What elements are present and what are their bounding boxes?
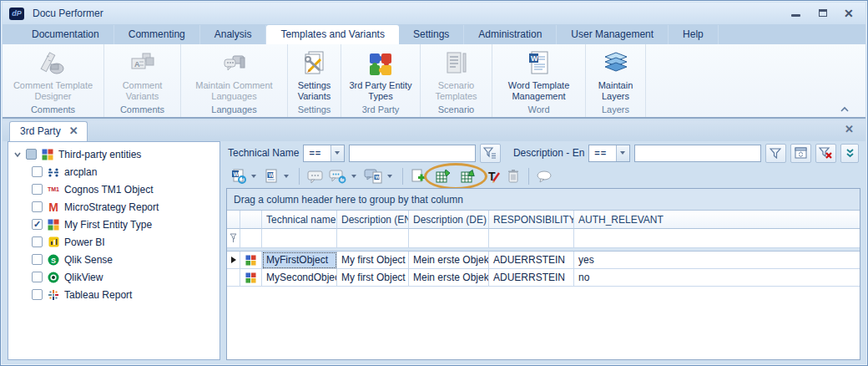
tree-item-cognos-tm1[interactable]: TM1 Cognos TM1 Object	[10, 180, 218, 198]
description-en-filter-input[interactable]	[634, 145, 761, 162]
tab-3rd-party[interactable]: 3rd Party ✕	[9, 121, 88, 141]
menu-tab-templates-and-variants[interactable]: Templates and Variants	[266, 25, 399, 44]
column-header-description-en[interactable]: Description (EN)	[337, 211, 409, 229]
group-by-bar[interactable]: Drag a column header here to group by th…	[227, 189, 860, 211]
chevron-down-icon[interactable]	[331, 145, 344, 161]
settings-variants-button[interactable]: Settings Variants	[293, 46, 336, 103]
word-template-management-button[interactable]: W Word Template Management	[497, 46, 580, 103]
filter-cell-description-de[interactable]	[409, 229, 489, 248]
checkbox[interactable]	[32, 166, 43, 177]
checkbox[interactable]	[32, 289, 43, 300]
cell-description-de[interactable]: Mein erste Objekt	[409, 252, 489, 269]
tree-item-tableau[interactable]: Tableau Report	[10, 286, 218, 303]
apply-filter-button[interactable]	[765, 144, 786, 163]
chevron-down-icon[interactable]	[350, 166, 358, 186]
maximize-button[interactable]	[817, 8, 829, 18]
tree-item-qlik-sense[interactable]: S Qlik Sense	[10, 251, 218, 268]
comment-button[interactable]	[305, 166, 326, 186]
cell-technical-name[interactable]: MyFirstObject	[262, 252, 337, 269]
checkbox[interactable]	[32, 201, 43, 212]
third-party-entity-types-button[interactable]: 3rd Party Entity Types	[346, 46, 415, 103]
row-indicator-cell	[227, 252, 240, 269]
generate-word-document-button[interactable]: W	[230, 166, 248, 186]
menu-tab-administration[interactable]: Administration	[464, 25, 557, 44]
chevron-down-icon[interactable]	[13, 150, 22, 159]
tree-item-arcplan[interactable]: arcplan	[10, 163, 218, 180]
filter-cell[interactable]	[240, 229, 262, 248]
checkbox[interactable]	[32, 184, 43, 195]
ribbon-group-scenario: Scenario Templates Scenario	[421, 44, 492, 117]
column-header-auth-relevant[interactable]: AUTH_RELEVANT	[574, 211, 860, 229]
comment-to-word-button[interactable]: W	[362, 166, 384, 186]
chevron-down-icon[interactable]	[250, 166, 258, 186]
checkbox[interactable]	[32, 254, 43, 265]
show-comment-button[interactable]	[535, 166, 555, 186]
filter-menu-button[interactable]	[480, 144, 501, 163]
checkbox[interactable]	[32, 272, 43, 282]
window-controls: ✕	[790, 8, 859, 18]
menu-tab-commenting[interactable]: Commenting	[114, 25, 200, 44]
description-en-operator-select[interactable]: ==	[588, 145, 629, 162]
panel-close-icon[interactable]: ✕	[845, 125, 854, 134]
tree-root-third-party-entities[interactable]: Third-party entities	[10, 145, 218, 163]
expand-filter-panel-button[interactable]	[840, 144, 859, 163]
table-row[interactable]: MySecondObject My first Object Mein erst…	[227, 269, 860, 287]
delete-button[interactable]	[504, 166, 522, 186]
chevron-down-icon[interactable]	[616, 145, 629, 161]
tree-item-qlikview[interactable]: QlikView	[10, 268, 218, 286]
tree-item-microstrategy[interactable]: M MicroStrategy Report	[10, 198, 218, 216]
close-button[interactable]: ✕	[844, 8, 855, 18]
chevron-up-icon	[839, 105, 850, 114]
clear-filter-button[interactable]	[815, 144, 836, 163]
open-word-document-button[interactable]: W	[262, 166, 280, 186]
export-to-excel-button[interactable]	[434, 166, 452, 186]
filter-editor-button[interactable]	[790, 144, 811, 163]
column-header-responsibility[interactable]: RESPONSIBILITY	[489, 211, 574, 229]
add-entity-button[interactable]	[409, 166, 427, 186]
ribbon-group-comments-2: A Comment Variants Comments	[104, 44, 181, 117]
menu-tab-analysis[interactable]: Analysis	[200, 25, 267, 44]
chevron-down-icon[interactable]	[282, 166, 290, 186]
checkbox[interactable]	[32, 219, 43, 230]
cell-technical-name[interactable]: MySecondObject	[262, 269, 337, 287]
cell-auth-relevant[interactable]: yes	[574, 252, 860, 269]
ribbon-collapse-button[interactable]	[839, 102, 850, 110]
maintain-layers-button[interactable]: Maintain Layers	[591, 46, 640, 103]
toolbar-separator	[528, 168, 529, 185]
technical-name-operator-select[interactable]: ==	[303, 145, 344, 162]
table-row[interactable]: MyFirstObject My first Object Mein erste…	[227, 252, 860, 269]
tree-item-power-bi[interactable]: Power BI	[10, 233, 218, 251]
cell-responsibility[interactable]: ADUERRSTEIN	[489, 269, 574, 287]
filter-cell-responsibility[interactable]	[489, 229, 574, 248]
refresh-comments-button[interactable]	[327, 166, 348, 186]
filter-bar: Technical Name == Description - En ==	[226, 141, 860, 165]
technical-name-filter-input[interactable]	[349, 145, 476, 162]
cell-auth-relevant[interactable]: no	[574, 269, 860, 287]
menu-tab-documentation[interactable]: Documentation	[18, 25, 114, 44]
edit-texts-button[interactable]: T	[484, 166, 502, 186]
filter-cell-description-en[interactable]	[337, 229, 409, 248]
filter-cell-auth-relevant[interactable]	[574, 229, 860, 248]
column-header-description-de[interactable]: Description (DE)	[409, 211, 489, 229]
content-area: Third-party entities arcplan TM1	[3, 141, 865, 363]
cell-description-en[interactable]: My first Object	[337, 252, 409, 269]
import-from-excel-button[interactable]	[459, 166, 477, 186]
tree-item-my-first-entity-type[interactable]: My First Entity Type	[10, 216, 218, 233]
column-header-technical-name[interactable]: Technical name	[262, 211, 337, 229]
filter-cell-technical-name[interactable]	[262, 229, 337, 248]
minimize-button[interactable]	[790, 8, 802, 18]
cell-description-de[interactable]: Mein erste Objekt	[409, 269, 489, 287]
tree-item-label: Power BI	[64, 236, 105, 248]
cell-responsibility[interactable]: ADUERRSTEIN	[489, 252, 574, 269]
menu-tab-settings[interactable]: Settings	[399, 25, 464, 44]
app-logo-icon: dP	[9, 8, 24, 20]
cell-description-en[interactable]: My first Object	[337, 269, 409, 287]
tree-root-checkbox[interactable]	[26, 149, 37, 160]
tab-close-icon[interactable]: ✕	[69, 127, 78, 135]
menu-tab-user-management[interactable]: User Management	[557, 25, 669, 44]
filter-list-icon	[483, 147, 497, 159]
checkbox[interactable]	[32, 236, 43, 247]
menu-tab-help[interactable]: Help	[669, 25, 719, 44]
chevron-down-icon[interactable]	[386, 166, 394, 186]
maintain-comment-languages-button: Maintain Comment Languages	[186, 46, 282, 103]
